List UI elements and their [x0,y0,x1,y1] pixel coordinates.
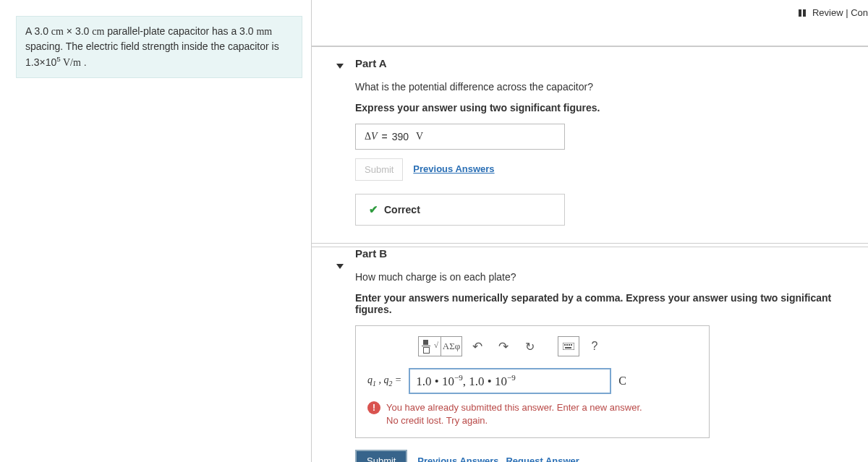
submit-button-b[interactable]: Submit [355,450,407,462]
keyboard-button[interactable] [558,336,579,356]
part-a-title: Part A [355,57,387,69]
svg-rect-8 [571,344,572,346]
review-icon [798,8,807,19]
top-links: Review | Con [798,7,868,19]
answer-input[interactable]: 1.0 • 10−9, 1.0 • 10−9 [409,368,611,394]
variable-label: q1 , q2 = [367,375,401,388]
fraction-sqrt-button[interactable]: √ [418,336,441,356]
svg-rect-6 [566,344,568,346]
answer-input-box: √ ΑΣφ ↶ ↷ ↻ ? [355,325,710,438]
equation-toolbar: √ ΑΣφ ↶ ↷ ↻ ? [418,336,697,356]
previous-answers-link-b[interactable]: Previous Answers [417,455,498,462]
part-b-header[interactable]: Part B [312,247,868,270]
part-a-instruction: Express your answer using two significan… [355,102,868,114]
request-answer-link[interactable]: Request Answer [506,455,579,462]
part-a-header[interactable]: Part A [312,47,868,80]
help-button[interactable]: ? [584,336,605,356]
correct-feedback: ✔ Correct [355,194,565,226]
svg-rect-7 [569,344,570,346]
part-b: Part B How much charge is on each plate?… [312,247,868,462]
part-b-instruction: Enter your answers numerically separated… [355,292,868,315]
svg-rect-4 [563,343,574,350]
unit-label: C [618,375,626,388]
problem-statement: A 3.0 cm × 3.0 cm parallel-plate capacit… [16,16,302,78]
alert-icon: ! [367,401,380,414]
reset-button[interactable]: ↻ [519,336,540,356]
svg-rect-1 [803,9,806,17]
warning-message: ! You have already submitted this answer… [367,401,697,427]
part-a: Part A What is the potential difference … [312,46,868,244]
svg-rect-9 [565,347,571,348]
constants-link[interactable]: Con [851,7,868,18]
svg-rect-0 [799,9,801,17]
check-icon: ✔ [369,203,378,216]
review-link[interactable]: Review [812,7,843,18]
redo-button[interactable]: ↷ [493,336,514,356]
chevron-down-icon [336,260,344,272]
greek-symbols-button[interactable]: ΑΣφ [441,336,462,356]
chevron-down-icon [336,59,344,72]
submit-button-a: Submit [355,158,403,181]
part-b-title: Part B [355,247,387,260]
svg-rect-5 [564,344,566,346]
part-a-question: What is the potential difference across … [355,80,868,95]
part-a-answer: ΔV = 390 V [355,124,565,150]
part-b-question: How much charge is on each plate? [355,270,868,285]
undo-button[interactable]: ↶ [467,336,488,356]
svg-marker-2 [336,64,344,69]
svg-marker-3 [336,264,344,269]
previous-answers-link-a[interactable]: Previous Answers [413,163,494,174]
